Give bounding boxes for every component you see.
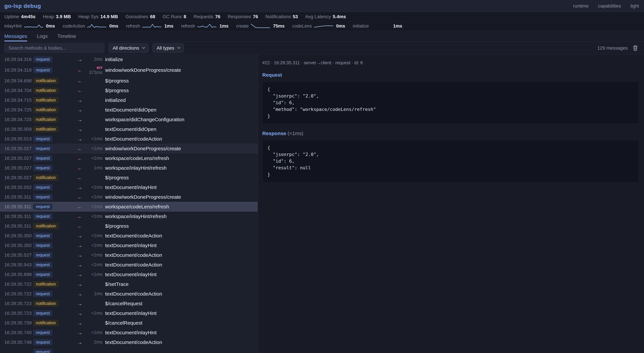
response-json-body: { "jsonrpc": "2.0", "id": 6, "result": n… [262,140,639,182]
method-name: textDocument/inlayHint [105,185,156,190]
stat-label: GC Runs [162,14,182,19]
message-row[interactable]: 16:28:34.715 notification → err initiali… [0,95,258,105]
message-row[interactable]: 16:28:35.350 request → err <1ms textDocu… [0,231,258,241]
stat-value: 5.4ms [333,14,346,19]
message-row[interactable]: request err [0,347,258,353]
method-name: $/progress [105,78,129,84]
message-row[interactable]: 16:28:35.543 request → err <1ms textDocu… [0,260,258,270]
message-type-cell: request [33,252,73,258]
direction-cell: → [73,97,86,103]
message-type-cell: notification [33,223,73,229]
sparkline-value: 1ms [393,24,402,29]
duration-label: <1ms [91,233,102,238]
message-type-cell: request [33,165,73,171]
direction-arrow-icon: → [77,310,82,316]
direction-arrow-icon: → [77,262,82,268]
direction-arrow-icon: ← [77,155,82,161]
message-type-cell: request [33,262,73,268]
duration-column: err <1ms [86,204,102,209]
sparkline-item: refresh1ms [126,24,173,29]
message-type-cell: notification [33,107,73,113]
message-type-cell: notification [33,97,73,103]
message-row[interactable]: 16:28:35.740 request → err <1ms textDocu… [0,328,258,337]
message-type-cell: request [33,136,73,142]
message-row[interactable]: 16:28:35.748 request → err 2ms textDocum… [0,337,258,347]
message-row[interactable]: 16:28:35.027 notification ← err $/progre… [0,173,258,183]
titlebar-link-light[interactable]: light [630,3,639,9]
message-type-badge: notification [33,223,59,229]
message-row[interactable]: 16:28:35.311 notification ← err $/progre… [0,221,258,231]
sparkline-label: refresh [126,24,140,29]
message-timestamp: 16:28:35.027 [4,165,33,171]
message-type-cell: request [33,194,73,200]
message-timestamp: 16:28:35.527 [4,252,33,258]
duration-column: err <1ms [86,262,102,267]
message-timestamp: 16:28:35.698 [4,272,33,277]
message-row[interactable]: 16:28:34.318 request ← err 373ms window/… [0,64,258,76]
message-row[interactable]: 16:28:35.027 request ← err 1ms workspace… [0,163,258,173]
direction-arrow-icon: ← [77,88,82,94]
method-name: workspace/didChangeConfiguration [105,117,184,122]
message-row[interactable]: 16:28:35.052 request → err <1ms textDocu… [0,183,258,192]
message-type-badge: notification [33,320,59,326]
stat-label: Heap Sys [78,14,98,19]
stat-value: 68 [150,14,155,19]
message-type-badge: notification [33,126,59,132]
search-input[interactable] [4,43,104,53]
message-type-badge: notification [33,116,59,123]
direction-cell: → [73,330,86,336]
message-row[interactable]: 16:28:35.723 notification → err $/cancel… [0,299,258,308]
message-timestamp: 16:28:35.350 [4,233,33,238]
sparkline-label: refresh [181,24,195,29]
sparkline-chart [142,24,162,29]
stat-item: Heap Sys14.9 MB [78,14,118,19]
message-row[interactable]: 16:28:35.311 request ← err <1ms workspac… [0,212,258,221]
direction-filter-select[interactable]: All directions [108,43,148,53]
message-row[interactable]: 16:28:35.009 notification → err textDocu… [0,124,258,134]
method-name: textDocument/codeAction [105,262,162,268]
main-split: 16:28:34.316 request → err 2ms initializ… [0,55,644,353]
method-name: $/progress [105,223,129,229]
message-row[interactable]: 16:28:34.704 notification ← err $/progre… [0,86,258,95]
direction-arrow-icon: → [77,107,82,113]
message-row[interactable]: 16:28:34.316 request → err 2ms initializ… [0,55,258,64]
titlebar-link-capabilities[interactable]: capabilities [598,3,621,9]
direction-cell: ← [73,194,86,200]
message-row[interactable]: 16:28:35.698 request → err <1ms textDocu… [0,270,258,279]
message-timestamp: 16:28:35.740 [4,330,33,335]
message-row[interactable]: 16:28:34.725 notification → err workspac… [0,115,258,124]
message-row[interactable]: 16:28:35.311 request ← err <1ms window/w… [0,192,258,202]
message-type-badge: request [33,242,52,249]
message-row[interactable]: 16:28:34.698 notification ← err $/progre… [0,76,258,86]
message-row[interactable]: 16:28:35.027 request ← err <1ms workspac… [0,153,258,163]
tab-messages[interactable]: Messages [4,31,27,42]
message-timestamp: 16:28:35.311 [4,194,33,200]
response-duration: (<1ms) [288,131,303,136]
message-row[interactable]: 16:28:35.527 request → err <1ms textDocu… [0,250,258,260]
tab-logs[interactable]: Logs [37,31,48,42]
message-row[interactable]: 16:28:35.027 request ← err <1ms window/w… [0,144,258,153]
direction-cell: ← [73,204,86,210]
direction-arrow-icon: ← [77,175,82,181]
type-filter-select[interactable]: All types [152,43,184,53]
tab-timeline[interactable]: Timeline [58,31,76,42]
sparkline-label: inlayHint [4,24,22,29]
message-detail-panel: #22 · 16:28:35.311 · server→client · req… [258,55,644,353]
message-row[interactable]: 16:28:35.722 request → err 1ms textDocum… [0,289,258,299]
message-type-cell: notification [33,78,73,84]
duration-label: <1ms [91,194,102,200]
clear-messages-button[interactable] [632,45,639,52]
message-row[interactable]: 16:28:35.311 request ← err <1ms workspac… [0,202,258,212]
message-row[interactable]: 16:28:35.739 notification → err $/cancel… [0,318,258,328]
direction-cell: ← [73,146,86,152]
message-row[interactable]: 16:28:35.013 request → err <1ms textDocu… [0,134,258,144]
message-row[interactable]: 16:28:35.723 request → err <1ms textDocu… [0,308,258,318]
method-name: workspace/inlayHint/refresh [105,165,166,171]
message-type-badge: request [33,349,52,353]
latency-sparkline-bar: inlayHint0mscodeAction0msrefresh1msrefre… [0,21,644,31]
titlebar-link-runtime[interactable]: runtime [573,3,588,9]
message-row[interactable]: 16:28:34.725 notification → err textDocu… [0,105,258,115]
direction-arrow-icon: → [77,339,82,345]
message-row[interactable]: 16:28:35.722 notification → err $/setTra… [0,279,258,289]
message-row[interactable]: 16:28:35.350 request → err <1ms textDocu… [0,241,258,250]
